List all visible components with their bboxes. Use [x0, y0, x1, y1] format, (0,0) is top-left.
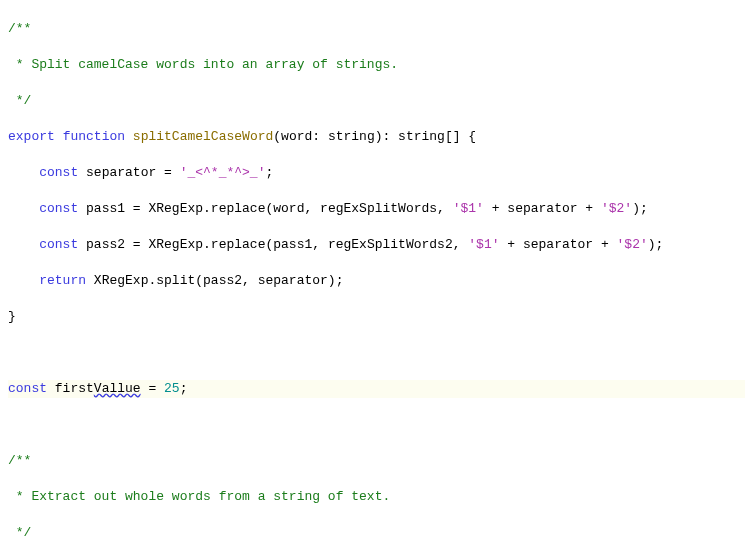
code-line: const pass2 = XRegExp.replace(pass1, reg…: [8, 236, 745, 254]
string-literal: '$1': [468, 237, 499, 252]
code-text: separator =: [78, 165, 179, 180]
string-literal: '$1': [453, 201, 484, 216]
keyword-const: const: [8, 381, 47, 396]
code-text: =: [141, 381, 164, 396]
code-text: XRegExp.split(pass2, separator);: [86, 273, 343, 288]
code-line: [8, 416, 745, 434]
code-line: */: [8, 92, 745, 110]
code-text: );: [632, 201, 648, 216]
string-literal: '_<^*_*^>_': [180, 165, 266, 180]
code-text: [8, 201, 39, 216]
code-line: const separator = '_<^*_*^>_';: [8, 164, 745, 182]
code-text: + separator +: [484, 201, 601, 216]
code-text: [8, 165, 39, 180]
keyword-return: return: [39, 273, 86, 288]
code-line: const pass1 = XRegExp.replace(word, regE…: [8, 200, 745, 218]
string-literal: '$2': [617, 237, 648, 252]
code-text: [8, 273, 39, 288]
code-line: */: [8, 524, 745, 539]
number-literal: 25: [164, 381, 180, 396]
code-text: + separator +: [500, 237, 617, 252]
code-line: export function splitCamelCaseWord(word:…: [8, 128, 745, 146]
string-literal: '$2': [601, 201, 632, 216]
keyword-const: const: [39, 165, 78, 180]
code-line: return XRegExp.split(pass2, separator);: [8, 272, 745, 290]
code-text: }: [8, 309, 16, 324]
code-text: pass2 = XRegExp.replace(pass1, regExSpli…: [78, 237, 468, 252]
keyword-const: const: [39, 237, 78, 252]
comment: /**: [8, 453, 31, 468]
code-text: );: [648, 237, 664, 252]
code-line: /**: [8, 452, 745, 470]
comment: */: [8, 525, 31, 539]
code-line: }: [8, 308, 745, 326]
comment: /**: [8, 21, 31, 36]
code-line-current: const firstVallue = 25;: [8, 380, 745, 398]
code-text: first: [47, 381, 94, 396]
comment: */: [8, 93, 31, 108]
code-text: (word: string): string[] {: [273, 129, 476, 144]
keyword-const: const: [39, 201, 78, 216]
comment: * Extract out whole words from a string …: [8, 489, 390, 504]
code-line: * Split camelCase words into an array of…: [8, 56, 745, 74]
spell-error[interactable]: Vallue: [94, 381, 141, 396]
code-text: ;: [265, 165, 273, 180]
code-line: /**: [8, 20, 745, 38]
code-text: [8, 237, 39, 252]
function-name: splitCamelCaseWord: [133, 129, 273, 144]
code-text: pass1 = XRegExp.replace(word, regExSplit…: [78, 201, 452, 216]
keyword-export: export: [8, 129, 55, 144]
comment: * Split camelCase words into an array of…: [8, 57, 398, 72]
keyword-function: function: [63, 129, 125, 144]
code-line: * Extract out whole words from a string …: [8, 488, 745, 506]
code-editor[interactable]: /** * Split camelCase words into an arra…: [0, 0, 745, 539]
code-line: [8, 344, 745, 362]
code-text: ;: [180, 381, 188, 396]
